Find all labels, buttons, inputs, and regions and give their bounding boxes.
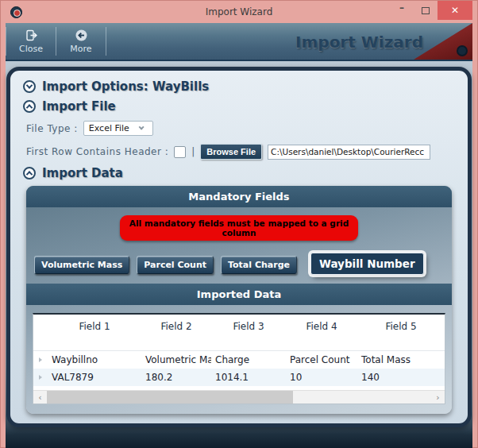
cell: Total Mass [357,354,445,365]
brand-title: Import Wizard [295,33,423,52]
scroll-left-icon[interactable]: ‹ [33,391,47,404]
toolbar-separator [106,27,106,56]
chevron-down-icon [23,80,36,93]
cell: 10 [286,372,357,383]
dropdown-chevron-icon [138,125,144,130]
scrollbar-track[interactable] [47,391,431,404]
more-arrow-icon [75,29,88,42]
first-row-header-checkbox[interactable] [174,146,186,158]
chevron-up-icon [23,100,36,113]
chip-waybill-number[interactable]: Waybill Number [310,253,424,275]
toolbar-close-button[interactable]: Close [6,23,56,60]
grid-header-row: Field 1 Field 2 Field 3 Field 4 Field 5 [33,315,445,338]
section-import-data[interactable]: Import Data [23,166,457,180]
file-type-dropdown[interactable]: Excel File [83,121,153,136]
import-wizard-window: Import Wizard – ✕ Close More [0,0,478,448]
file-type-row: File Type : Excel File [26,121,457,136]
toolbar-more-button[interactable]: More [56,23,106,60]
table-row[interactable]: Waybillno Volumetric Mass Charge Parcel … [33,351,445,369]
scrollbar-thumb[interactable] [47,391,293,404]
grid-header-spacer [33,338,445,351]
cell: Parcel Count [286,354,357,365]
main-panel: Import Options: WayBills Import File Fil… [6,67,472,427]
cell: Waybillno [48,354,141,365]
imported-data-header: Imported Data [26,284,452,305]
exit-door-icon [25,29,38,42]
mandatory-warning-banner: All mandatory fields must be mapped to a… [120,215,358,241]
chip-parcel-count[interactable]: Parcel Count [137,256,214,274]
section-import-options-label: Import Options: WayBills [42,79,209,94]
chip-total-charge[interactable]: Total Charge [221,256,297,274]
column-header: Field 1 [48,321,141,332]
header-option-row: First Row Contains Header : | Browse Fil… [26,144,457,160]
toolbar-more-label: More [70,44,91,54]
cell: Volumetric Mass [141,354,211,365]
chip-volumetric-mass[interactable]: Volumetric Mass [34,256,129,274]
toolbar: Close More Import Wizard [6,23,472,61]
mandatory-chips-row: Volumetric Mass Parcel Count Total Charg… [34,253,444,276]
imported-data-grid: Field 1 Field 2 Field 3 Field 4 Field 5 … [33,313,445,404]
file-type-label: File Type : [26,123,78,134]
cell: VAL7879 [48,372,141,383]
section-import-file-label: Import File [42,99,116,114]
column-header: Field 3 [211,321,286,332]
mandatory-fields-header: Mandatory Fields [26,186,452,207]
column-header: Field 4 [286,321,357,332]
first-row-header-label: First Row Contains Header : [26,146,168,157]
separator-pipe: | [191,146,195,157]
column-header: Field 5 [357,321,445,332]
column-header: Field 2 [141,321,211,332]
file-type-value: Excel File [89,123,129,133]
browse-file-button[interactable]: Browse File [200,144,262,160]
cell: 180.2 [141,372,211,383]
file-path-input[interactable] [268,145,430,160]
cell: 1014.1 [211,372,286,383]
cell: Charge [211,354,286,365]
titlebar: Import Wizard – ✕ [6,1,472,23]
section-import-options[interactable]: Import Options: WayBills [23,79,457,94]
horizontal-scrollbar[interactable]: ‹ › [33,390,445,404]
section-import-file[interactable]: Import File [23,99,457,114]
row-indicator-icon [33,357,48,362]
import-data-card: Mandatory Fields All mandatory fields mu… [26,186,452,414]
scroll-right-icon[interactable]: › [431,391,445,404]
mandatory-fields-body: All mandatory fields must be mapped to a… [26,207,452,284]
table-row[interactable]: VAL7879 180.2 1014.1 10 140 [33,369,445,386]
content-area: Import Options: WayBills Import File Fil… [6,61,472,448]
toolbar-close-label: Close [19,44,43,54]
cell: 140 [357,372,445,383]
row-indicator-icon [33,375,48,380]
section-import-data-label: Import Data [42,166,123,180]
minimize-icon: – [399,2,404,14]
corner-logo-icon [457,45,468,56]
chevron-up-icon [23,167,36,180]
